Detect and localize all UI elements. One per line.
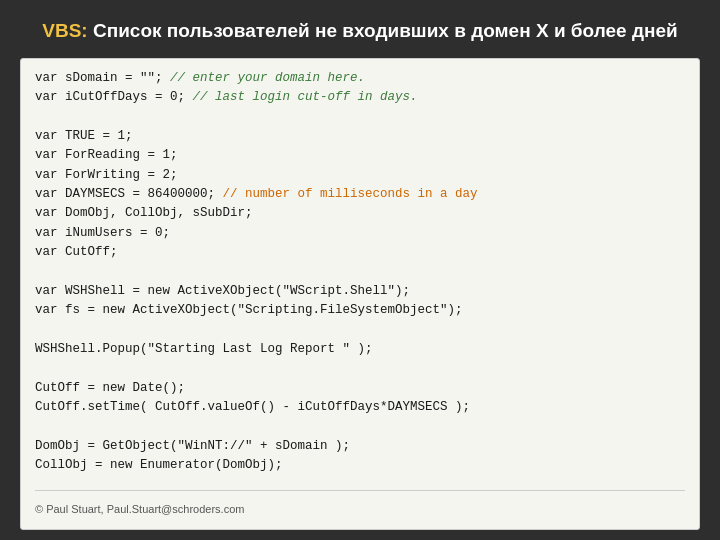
title-main: Список пользователей не входивших в доме… (88, 20, 678, 41)
footer-text: © Paul Stuart, Paul.Stuart@schroders.com (35, 503, 244, 515)
vbs-label: VBS: (42, 20, 87, 41)
code-box: var sDomain = ""; // enter your domain h… (20, 58, 700, 530)
page-title: VBS: Список пользователей не входивших в… (20, 18, 700, 44)
code-content: var sDomain = ""; // enter your domain h… (35, 69, 685, 476)
title-area: VBS: Список пользователей не входивших в… (20, 18, 700, 44)
footer: © Paul Stuart, Paul.Stuart@schroders.com (35, 490, 685, 519)
code-line-1: var sDomain = ""; // enter your domain h… (35, 71, 478, 473)
